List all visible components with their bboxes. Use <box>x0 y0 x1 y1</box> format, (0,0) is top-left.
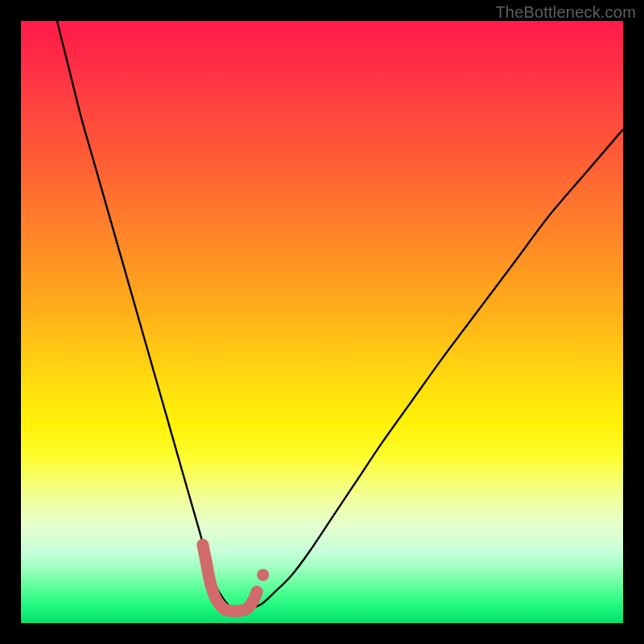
watermark-text: TheBottleneck.com <box>495 3 636 22</box>
optimal-band-path <box>203 545 257 612</box>
optimal-band-extra-dot <box>257 569 269 581</box>
plot-area <box>21 21 623 623</box>
bottleneck-curve-path <box>57 21 623 611</box>
curve-layer <box>21 21 623 623</box>
chart-frame: TheBottleneck.com <box>0 0 644 644</box>
